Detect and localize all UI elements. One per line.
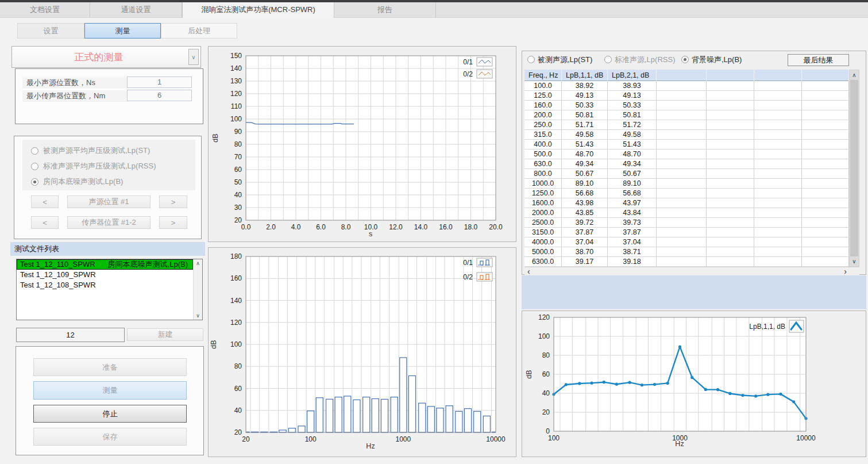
table-cell[interactable] xyxy=(754,110,802,120)
table-cell[interactable] xyxy=(707,149,754,159)
table-row[interactable]: 100.038.9238.93 xyxy=(524,81,849,91)
mic-position-next-button[interactable]: > xyxy=(159,216,187,229)
table-vertical-scrollbar[interactable]: ∧ ∨ xyxy=(849,70,859,267)
table-cell[interactable] xyxy=(657,247,707,257)
table-cell[interactable]: 48.70 xyxy=(608,149,657,159)
table-cell[interactable] xyxy=(657,91,707,101)
table-cell[interactable]: 315.0 xyxy=(524,130,562,140)
table-cell[interactable] xyxy=(707,208,754,218)
table-cell[interactable]: 39.18 xyxy=(608,257,657,267)
table-cell[interactable]: 37.04 xyxy=(562,237,608,247)
table-cell[interactable]: 2000.0 xyxy=(524,208,562,218)
table-cell[interactable] xyxy=(802,110,849,120)
file-count-button[interactable]: 12 xyxy=(16,328,125,342)
table-cell[interactable]: 39.17 xyxy=(562,257,608,267)
table-cell[interactable] xyxy=(754,237,802,247)
table-cell[interactable] xyxy=(754,218,802,228)
table-row[interactable]: 400.051.4351.43 xyxy=(524,140,849,149)
final-result-button[interactable]: 最后结果 xyxy=(788,54,849,66)
table-cell[interactable]: 50.33 xyxy=(562,101,608,110)
table-cell[interactable] xyxy=(707,257,754,267)
subtab-measure[interactable]: 测量 xyxy=(84,23,161,39)
table-cell[interactable]: 800.0 xyxy=(524,169,562,179)
result-radio-lpst[interactable] xyxy=(527,56,535,63)
table-cell[interactable] xyxy=(802,120,849,130)
table-cell[interactable] xyxy=(707,101,754,110)
table-cell[interactable] xyxy=(754,120,802,130)
table-cell[interactable]: 39.73 xyxy=(608,218,657,228)
table-row[interactable]: 2000.043.8543.84 xyxy=(524,208,849,218)
table-cell[interactable] xyxy=(657,81,707,91)
table-cell[interactable]: 5000.0 xyxy=(524,247,562,257)
table-cell[interactable] xyxy=(802,81,849,91)
table-cell[interactable] xyxy=(707,140,754,149)
table-cell[interactable]: 49.58 xyxy=(562,130,608,140)
table-cell[interactable] xyxy=(754,247,802,257)
table-cell[interactable]: 630.0 xyxy=(524,159,562,169)
measurement-mode-dropdown[interactable]: 正式的测量 ∨ xyxy=(11,46,201,68)
table-cell[interactable]: 49.34 xyxy=(562,159,608,169)
prepare-button[interactable]: 准备 xyxy=(33,358,187,376)
table-row[interactable]: 800.050.6750.67 xyxy=(524,169,849,179)
radio-lpb[interactable] xyxy=(31,178,38,186)
table-cell[interactable] xyxy=(707,110,754,120)
table-cell[interactable] xyxy=(707,91,754,101)
table-cell[interactable]: 100.0 xyxy=(524,81,562,91)
table-row[interactable]: 1600.043.9843.97 xyxy=(524,198,849,208)
tab-mcr-spwr[interactable]: 混响室法测试声功率(MCR-SPWR) xyxy=(182,2,334,18)
table-cell[interactable] xyxy=(754,140,802,149)
table-cell[interactable] xyxy=(657,228,707,237)
ns-input[interactable]: 1 xyxy=(127,76,192,88)
table-cell[interactable] xyxy=(657,179,707,189)
table-cell[interactable] xyxy=(707,159,754,169)
table-cell[interactable]: 48.70 xyxy=(562,149,608,159)
table-cell[interactable]: 51.43 xyxy=(608,140,657,149)
table-cell[interactable]: 49.58 xyxy=(608,130,657,140)
table-cell[interactable]: 39.72 xyxy=(562,218,608,228)
table-cell[interactable] xyxy=(707,81,754,91)
table-row[interactable]: 5000.038.7038.71 xyxy=(524,247,849,257)
radio-lpst[interactable] xyxy=(31,147,38,155)
table-cell[interactable] xyxy=(802,149,849,159)
table-cell[interactable] xyxy=(657,208,707,218)
table-cell[interactable] xyxy=(754,179,802,189)
table-cell[interactable]: 3150.0 xyxy=(524,228,562,237)
table-scroll-left-icon[interactable]: ‹ xyxy=(527,267,530,276)
table-cell[interactable] xyxy=(754,81,802,91)
table-cell[interactable] xyxy=(657,149,707,159)
table-cell[interactable] xyxy=(657,218,707,228)
table-cell[interactable] xyxy=(657,130,707,140)
table-cell[interactable]: 50.33 xyxy=(608,101,657,110)
table-cell[interactable]: 43.98 xyxy=(562,198,608,208)
table-cell[interactable]: 49.13 xyxy=(562,91,608,101)
table-cell[interactable] xyxy=(754,189,802,198)
table-cell[interactable]: 49.13 xyxy=(608,91,657,101)
table-cell[interactable]: 38.92 xyxy=(562,81,608,91)
table-cell[interactable]: 56.68 xyxy=(562,189,608,198)
table-cell[interactable] xyxy=(754,208,802,218)
table-row[interactable]: 500.048.7048.70 xyxy=(524,149,849,159)
table-cell[interactable] xyxy=(657,110,707,120)
table-cell[interactable]: 160.0 xyxy=(524,101,562,110)
table-cell[interactable] xyxy=(802,247,849,257)
table-cell[interactable]: 50.81 xyxy=(608,110,657,120)
table-row[interactable]: 630.049.3449.34 xyxy=(524,159,849,169)
table-cell[interactable]: 37.87 xyxy=(562,228,608,237)
table-cell[interactable]: 500.0 xyxy=(524,149,562,159)
table-cell[interactable] xyxy=(707,218,754,228)
table-row[interactable]: 160.050.3350.33 xyxy=(524,101,849,110)
table-row[interactable]: 1000.089.1089.10 xyxy=(524,179,849,189)
table-cell[interactable]: 56.68 xyxy=(608,189,657,198)
radio-lprss[interactable] xyxy=(31,163,38,170)
save-button[interactable]: 保存 xyxy=(33,428,187,446)
table-cell[interactable] xyxy=(754,149,802,159)
table-row[interactable]: 6300.039.1739.18 xyxy=(524,257,849,267)
table-row[interactable]: 315.049.5849.58 xyxy=(524,130,849,140)
table-cell[interactable]: 38.93 xyxy=(608,81,657,91)
table-cell[interactable] xyxy=(802,218,849,228)
table-cell[interactable] xyxy=(802,257,849,267)
table-cell[interactable] xyxy=(754,130,802,140)
table-cell[interactable] xyxy=(657,189,707,198)
table-cell[interactable]: 51.43 xyxy=(562,140,608,149)
table-cell[interactable] xyxy=(707,120,754,130)
